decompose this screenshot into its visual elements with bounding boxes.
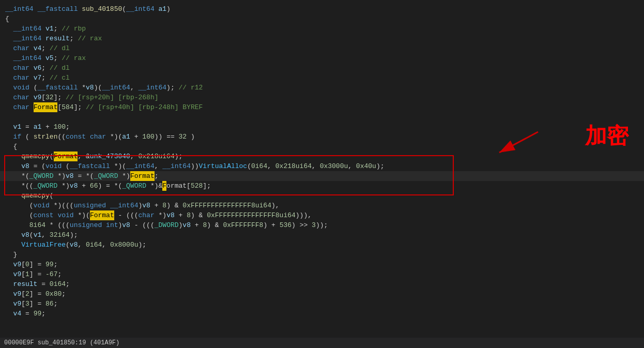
code-line: v8 ( v1 , 32i64 ); (0, 230, 644, 240)
code-line: ( const void *)( Format - ((( char *) v8… (0, 210, 644, 220)
code-line: } (0, 250, 644, 260)
code-line: char Format [ 584 ]; // [rsp+40h] [rbp-2… (0, 102, 644, 112)
code-line: v4 = 99 ; (0, 309, 644, 319)
code-line: __int64 v5 ; // rax (0, 53, 644, 63)
status-bar-text: 00000E9F sub_401850:19 (401A9F) (4, 339, 119, 346)
annotation-arrow (481, 124, 543, 165)
code-line (0, 112, 644, 122)
code-line-redbox-4: *(( _QWORD *) v8 + 66 ) = *( _QWORD *)& … (0, 181, 644, 191)
code-line: __int64 v1 ; // rbp (0, 24, 644, 34)
code-line: { (0, 142, 644, 152)
code-line: __int64 __fastcall sub_401850 ( __int64 … (0, 4, 644, 14)
code-line-redbox-1: qmemcpy ( Format , & unk_473040 , 0x218u… (0, 152, 644, 161)
code-line-redbox-2: v8 = ( void ( __fastcall *)( __int64 , _… (0, 161, 644, 171)
code-line: VirtualFree ( v8 , 0i64 , 0x8000u ); (0, 240, 644, 250)
code-line: v9 [ 2 ] = 0x80 ; (0, 289, 644, 299)
svg-line-1 (499, 132, 538, 153)
code-line: char v6 ; // dl (0, 63, 644, 73)
code-line: v9 [ 0 ] = 99 ; (0, 260, 644, 269)
code-line: v1 = a1 + 100 ; (0, 122, 644, 132)
code-line: char v9 [ 32 ]; // [rsp+20h] [rbp-268h] (0, 93, 644, 102)
code-line: void ( __fastcall * v8 )( __int64 , __in… (0, 83, 644, 93)
code-line-redbox-3: *( _QWORD *) v8 = *( _QWORD *) Format ; (0, 171, 644, 181)
code-line: __int64 result ; // rax (0, 34, 644, 43)
code-line: ( void *)((( unsigned __int64 ) v8 + 8 )… (0, 201, 644, 210)
code-container: __int64 __fastcall sub_401850 ( __int64 … (0, 0, 644, 348)
annotation-chinese-text: 加密 (585, 122, 628, 150)
code-line: if ( strlen (( const char *)( a1 + 100 )… (0, 132, 644, 142)
status-bar: 00000E9F sub_401850:19 (401A9F) (0, 338, 644, 348)
code-line: { (0, 14, 644, 24)
code-line: v9 [ 3 ] = 86 ; (0, 299, 644, 309)
code-line: char v4 ; // dl (0, 43, 644, 53)
code-line: v9 [ 1 ] = -67 ; (0, 269, 644, 279)
code-line: result = 0i64 ; (0, 279, 644, 289)
code-line: qmemcpy ( (0, 191, 644, 201)
code-line: char v7 ; // cl (0, 73, 644, 83)
code-line: 8i64 * ((( unsigned int ) v8 - (( ( _DWO… (0, 220, 644, 230)
